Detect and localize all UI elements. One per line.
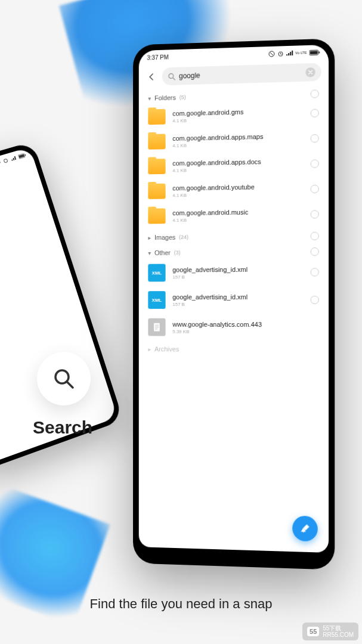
item-size: 157 B xyxy=(172,274,303,280)
select-all-folders[interactable] xyxy=(311,89,319,98)
item-select[interactable] xyxy=(311,134,319,143)
chevron-right-icon: ▸ xyxy=(148,346,151,352)
folder-icon xyxy=(148,109,165,125)
section-count: (5) xyxy=(180,94,186,100)
folder-item[interactable]: com.google.android.apps.maps 4.1 KB xyxy=(139,125,329,154)
status-icons: ••• xyxy=(0,152,27,167)
item-size: 4.1 KB xyxy=(172,165,303,173)
search-icon xyxy=(52,367,76,391)
search-icon xyxy=(168,72,175,80)
item-size: 4.1 KB xyxy=(172,140,303,148)
signal-icon xyxy=(286,50,293,55)
broom-icon xyxy=(299,522,311,535)
battery-icon xyxy=(310,49,320,55)
section-label: Folders xyxy=(154,94,176,102)
screen: 3:37 PM Vo LTE google ▾ xyxy=(139,45,329,553)
select-all-other[interactable] xyxy=(311,247,319,256)
battery-icon xyxy=(18,153,27,159)
primary-phone-frame: 3:37 PM Vo LTE google ▾ xyxy=(133,38,335,569)
section-count: (3) xyxy=(174,250,181,256)
file-item[interactable]: www.google-analytics.com.443 5.39 KB xyxy=(139,314,329,342)
folder-icon xyxy=(148,159,165,174)
watermark: 55 55下载 RR55.COM xyxy=(302,623,358,640)
status-time: 3:37 PM xyxy=(147,54,168,61)
close-icon xyxy=(308,70,313,75)
item-size: 5.39 KB xyxy=(172,329,318,335)
item-select[interactable] xyxy=(311,268,319,276)
item-select[interactable] xyxy=(311,185,319,193)
dnd-icon xyxy=(268,50,275,57)
item-name: com.google.android.music xyxy=(172,208,303,216)
document-icon xyxy=(148,318,165,336)
folder-item[interactable]: com.google.android.gms 4.1 KB xyxy=(139,100,329,130)
svg-rect-7 xyxy=(310,51,318,54)
item-select[interactable] xyxy=(311,159,319,168)
watermark-line2: RR55.COM xyxy=(323,631,354,638)
folder-icon xyxy=(148,208,165,224)
folder-icon xyxy=(148,134,165,149)
folder-item[interactable]: com.google.android.apps.docs 4.1 KB xyxy=(139,151,329,179)
clear-search-button[interactable] xyxy=(305,67,315,78)
back-button[interactable] xyxy=(146,71,157,83)
item-name: www.google-analytics.com.443 xyxy=(172,320,318,328)
section-archives-header[interactable]: ▸ Archives xyxy=(139,340,329,356)
alarm-icon xyxy=(2,157,10,163)
section-other-header[interactable]: ▾ Other (3) xyxy=(139,243,329,259)
chevron-left-icon xyxy=(147,73,156,81)
svg-point-9 xyxy=(169,73,174,78)
xml-file-icon: XML xyxy=(148,291,165,309)
item-size: 4.1 KB xyxy=(172,216,303,222)
chevron-down-icon: ▾ xyxy=(148,95,151,101)
item-size: 4.1 KB xyxy=(172,191,303,198)
chevron-right-icon: ▸ xyxy=(148,234,151,241)
watermark-line1: 55下载 xyxy=(323,625,354,631)
network-label: Vo LTE xyxy=(295,51,307,55)
item-name: google_advertising_id.xml xyxy=(172,293,303,300)
xml-file-icon: XML xyxy=(148,264,165,282)
search-query: google xyxy=(179,69,302,80)
search-input[interactable]: google xyxy=(162,63,321,86)
watermark-logo: 55 xyxy=(307,627,319,636)
chevron-down-icon: ▾ xyxy=(148,249,151,256)
section-label: Archives xyxy=(154,345,179,352)
svg-rect-8 xyxy=(318,51,320,53)
section-count: (24) xyxy=(179,234,188,240)
search-heading: Search xyxy=(33,417,92,438)
signal-icon xyxy=(10,156,17,162)
tagline: Find the file you need in a snap xyxy=(0,596,362,612)
folder-item[interactable]: com.google.android.music 4.1 KB xyxy=(139,202,329,229)
section-images-header[interactable]: ▸ Images (24) xyxy=(139,227,329,244)
file-item[interactable]: XML google_advertising_id.xml 157 B xyxy=(139,286,329,314)
section-label: Images xyxy=(154,234,175,241)
svg-point-11 xyxy=(55,370,69,383)
item-select[interactable] xyxy=(311,210,319,218)
search-badge xyxy=(37,352,91,405)
item-select[interactable] xyxy=(311,296,319,304)
folder-item[interactable]: com.google.android.youtube 4.1 KB xyxy=(139,176,329,204)
svg-point-0 xyxy=(4,159,8,163)
item-name: com.google.android.apps.docs xyxy=(172,157,303,166)
select-all-images[interactable] xyxy=(311,232,319,240)
file-item[interactable]: XML google_advertising_id.xml 157 B xyxy=(139,258,329,286)
item-name: google_advertising_id.xml xyxy=(172,265,303,273)
alarm-icon xyxy=(277,50,284,57)
section-label: Other xyxy=(154,249,171,256)
folder-icon xyxy=(148,184,165,199)
item-select[interactable] xyxy=(311,109,319,117)
clean-fab[interactable] xyxy=(292,516,318,542)
item-name: com.google.android.youtube xyxy=(172,182,303,191)
item-size: 157 B xyxy=(172,301,303,306)
